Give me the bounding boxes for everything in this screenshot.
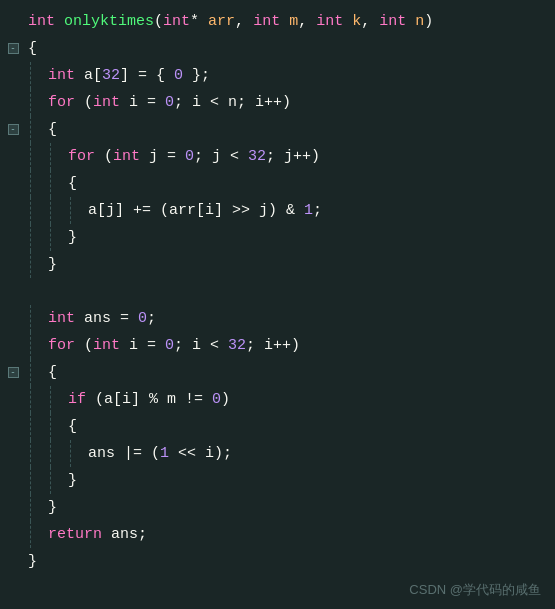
- code-token: a[: [75, 62, 102, 89]
- code-token: ;: [147, 305, 156, 332]
- code-token: {: [68, 170, 77, 197]
- fold-icon[interactable]: -: [8, 367, 19, 378]
- code-token: 32: [248, 143, 266, 170]
- code-token: ;: [313, 197, 322, 224]
- code-token: int: [113, 143, 140, 170]
- code-token: {: [48, 359, 57, 386]
- code-token: }: [68, 224, 77, 251]
- code-token: ; j++): [266, 143, 320, 170]
- code-token: }: [48, 251, 57, 278]
- code-token: ; i <: [174, 332, 228, 359]
- code-token: }: [28, 548, 37, 575]
- code-token: int: [93, 332, 120, 359]
- code-token: ] = {: [120, 62, 174, 89]
- code-token: (: [75, 89, 93, 116]
- code-token: 0: [165, 89, 174, 116]
- code-token: return: [48, 521, 102, 548]
- code-token: };: [183, 62, 210, 89]
- code-token: }: [68, 467, 77, 494]
- code-token: {: [28, 35, 37, 62]
- code-token: (: [95, 143, 113, 170]
- code-token: arr: [199, 8, 235, 35]
- code-token: int: [379, 8, 406, 35]
- code-token: j =: [140, 143, 185, 170]
- code-token: k: [343, 8, 361, 35]
- code-token: i =: [120, 89, 165, 116]
- code-token: int: [93, 89, 120, 116]
- code-token: ans;: [102, 521, 147, 548]
- code-token: for: [48, 89, 75, 116]
- code-token: << i);: [169, 440, 232, 467]
- code-token: }: [48, 494, 57, 521]
- code-token: 0: [165, 332, 174, 359]
- code-token: 0: [138, 305, 147, 332]
- code-token: i =: [120, 332, 165, 359]
- code-token: {: [68, 413, 77, 440]
- code-token: 0: [185, 143, 194, 170]
- code-token: n: [406, 8, 424, 35]
- code-token: ans =: [75, 305, 138, 332]
- code-token: (: [154, 8, 163, 35]
- code-token: if: [68, 386, 86, 413]
- code-token: 32: [102, 62, 120, 89]
- code-token: a[j] += (arr[i] >> j) &: [88, 197, 304, 224]
- code-token: ,: [298, 8, 316, 35]
- code-token: [55, 8, 64, 35]
- code-editor: int onlyktimes(int* arr, int m, int k, i…: [0, 0, 555, 609]
- code-token: onlyktimes: [64, 8, 154, 35]
- code-token: ; j <: [194, 143, 248, 170]
- fold-icon[interactable]: -: [8, 124, 19, 135]
- code-token: ans |= (: [88, 440, 160, 467]
- code-token: {: [48, 116, 57, 143]
- code-token: for: [68, 143, 95, 170]
- code-token: ): [221, 386, 230, 413]
- code-token: ; i++): [246, 332, 300, 359]
- code-token: int: [48, 305, 75, 332]
- code-token: (a[i] % m !=: [86, 386, 212, 413]
- code-token: 1: [160, 440, 169, 467]
- code-token: int: [163, 8, 190, 35]
- code-token: int: [28, 8, 55, 35]
- watermark: CSDN @学代码的咸鱼: [409, 581, 541, 599]
- code-token: 0: [212, 386, 221, 413]
- code-token: 0: [174, 62, 183, 89]
- code-token: ; i < n; i++): [174, 89, 291, 116]
- code-token: 1: [304, 197, 313, 224]
- code-token: ,: [235, 8, 253, 35]
- code-token: *: [190, 8, 199, 35]
- code-token: int: [316, 8, 343, 35]
- code-token: for: [48, 332, 75, 359]
- code-token: ): [424, 8, 433, 35]
- fold-icon[interactable]: -: [8, 43, 19, 54]
- code-token: 32: [228, 332, 246, 359]
- code-token: int: [48, 62, 75, 89]
- code-token: int: [253, 8, 280, 35]
- code-token: ,: [361, 8, 379, 35]
- code-token: m: [280, 8, 298, 35]
- code-token: (: [75, 332, 93, 359]
